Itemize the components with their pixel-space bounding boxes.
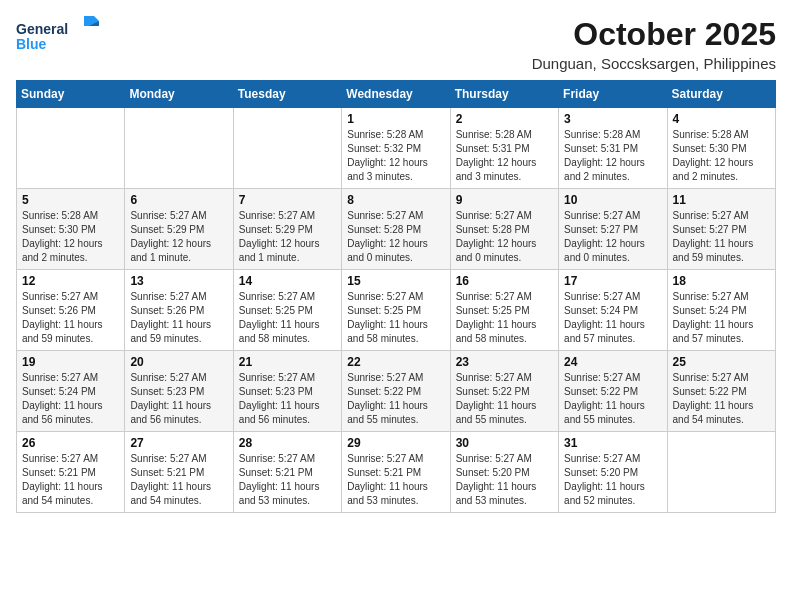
day-info: Sunrise: 5:27 AMSunset: 5:21 PMDaylight:… xyxy=(347,452,444,508)
calendar-cell: 5Sunrise: 5:28 AMSunset: 5:30 PMDaylight… xyxy=(17,189,125,270)
calendar-week-4: 19Sunrise: 5:27 AMSunset: 5:24 PMDayligh… xyxy=(17,351,776,432)
day-number: 28 xyxy=(239,436,336,450)
calendar-cell: 2Sunrise: 5:28 AMSunset: 5:31 PMDaylight… xyxy=(450,108,558,189)
day-info: Sunrise: 5:27 AMSunset: 5:23 PMDaylight:… xyxy=(239,371,336,427)
day-info: Sunrise: 5:27 AMSunset: 5:29 PMDaylight:… xyxy=(130,209,227,265)
weekday-header-sunday: Sunday xyxy=(17,81,125,108)
calendar-cell: 4Sunrise: 5:28 AMSunset: 5:30 PMDaylight… xyxy=(667,108,775,189)
day-number: 17 xyxy=(564,274,661,288)
day-info: Sunrise: 5:28 AMSunset: 5:30 PMDaylight:… xyxy=(673,128,770,184)
day-info: Sunrise: 5:27 AMSunset: 5:25 PMDaylight:… xyxy=(347,290,444,346)
header: General Blue October 2025 Dunguan, Soccs… xyxy=(16,16,776,72)
calendar-cell xyxy=(125,108,233,189)
day-info: Sunrise: 5:27 AMSunset: 5:22 PMDaylight:… xyxy=(456,371,553,427)
day-number: 8 xyxy=(347,193,444,207)
day-info: Sunrise: 5:28 AMSunset: 5:30 PMDaylight:… xyxy=(22,209,119,265)
calendar-header: SundayMondayTuesdayWednesdayThursdayFrid… xyxy=(17,81,776,108)
calendar-cell xyxy=(667,432,775,513)
weekday-header-tuesday: Tuesday xyxy=(233,81,341,108)
day-number: 31 xyxy=(564,436,661,450)
calendar-cell: 29Sunrise: 5:27 AMSunset: 5:21 PMDayligh… xyxy=(342,432,450,513)
calendar-cell: 12Sunrise: 5:27 AMSunset: 5:26 PMDayligh… xyxy=(17,270,125,351)
calendar-cell: 17Sunrise: 5:27 AMSunset: 5:24 PMDayligh… xyxy=(559,270,667,351)
calendar-cell: 20Sunrise: 5:27 AMSunset: 5:23 PMDayligh… xyxy=(125,351,233,432)
day-info: Sunrise: 5:28 AMSunset: 5:32 PMDaylight:… xyxy=(347,128,444,184)
calendar-cell: 7Sunrise: 5:27 AMSunset: 5:29 PMDaylight… xyxy=(233,189,341,270)
calendar-cell: 16Sunrise: 5:27 AMSunset: 5:25 PMDayligh… xyxy=(450,270,558,351)
day-info: Sunrise: 5:27 AMSunset: 5:27 PMDaylight:… xyxy=(564,209,661,265)
day-info: Sunrise: 5:27 AMSunset: 5:23 PMDaylight:… xyxy=(130,371,227,427)
svg-text:General: General xyxy=(16,21,68,37)
day-info: Sunrise: 5:27 AMSunset: 5:29 PMDaylight:… xyxy=(239,209,336,265)
day-number: 6 xyxy=(130,193,227,207)
calendar-cell: 18Sunrise: 5:27 AMSunset: 5:24 PMDayligh… xyxy=(667,270,775,351)
day-number: 24 xyxy=(564,355,661,369)
weekday-header-friday: Friday xyxy=(559,81,667,108)
day-info: Sunrise: 5:27 AMSunset: 5:24 PMDaylight:… xyxy=(564,290,661,346)
day-info: Sunrise: 5:27 AMSunset: 5:21 PMDaylight:… xyxy=(239,452,336,508)
day-info: Sunrise: 5:27 AMSunset: 5:28 PMDaylight:… xyxy=(347,209,444,265)
day-info: Sunrise: 5:27 AMSunset: 5:26 PMDaylight:… xyxy=(22,290,119,346)
day-number: 19 xyxy=(22,355,119,369)
day-info: Sunrise: 5:27 AMSunset: 5:20 PMDaylight:… xyxy=(564,452,661,508)
logo: General Blue xyxy=(16,16,106,56)
calendar-cell: 15Sunrise: 5:27 AMSunset: 5:25 PMDayligh… xyxy=(342,270,450,351)
weekday-header-monday: Monday xyxy=(125,81,233,108)
calendar-cell xyxy=(17,108,125,189)
day-info: Sunrise: 5:27 AMSunset: 5:24 PMDaylight:… xyxy=(22,371,119,427)
day-info: Sunrise: 5:28 AMSunset: 5:31 PMDaylight:… xyxy=(564,128,661,184)
day-number: 20 xyxy=(130,355,227,369)
calendar-body: 1Sunrise: 5:28 AMSunset: 5:32 PMDaylight… xyxy=(17,108,776,513)
calendar-week-2: 5Sunrise: 5:28 AMSunset: 5:30 PMDaylight… xyxy=(17,189,776,270)
weekday-header-saturday: Saturday xyxy=(667,81,775,108)
calendar-cell: 19Sunrise: 5:27 AMSunset: 5:24 PMDayligh… xyxy=(17,351,125,432)
day-number: 21 xyxy=(239,355,336,369)
calendar-cell: 25Sunrise: 5:27 AMSunset: 5:22 PMDayligh… xyxy=(667,351,775,432)
calendar-cell: 26Sunrise: 5:27 AMSunset: 5:21 PMDayligh… xyxy=(17,432,125,513)
day-info: Sunrise: 5:27 AMSunset: 5:21 PMDaylight:… xyxy=(22,452,119,508)
day-number: 13 xyxy=(130,274,227,288)
day-number: 7 xyxy=(239,193,336,207)
subtitle: Dunguan, Soccsksargen, Philippines xyxy=(532,55,776,72)
svg-text:Blue: Blue xyxy=(16,36,47,52)
calendar-cell: 23Sunrise: 5:27 AMSunset: 5:22 PMDayligh… xyxy=(450,351,558,432)
calendar-cell: 27Sunrise: 5:27 AMSunset: 5:21 PMDayligh… xyxy=(125,432,233,513)
day-number: 22 xyxy=(347,355,444,369)
logo-svg: General Blue xyxy=(16,16,106,56)
calendar-cell: 22Sunrise: 5:27 AMSunset: 5:22 PMDayligh… xyxy=(342,351,450,432)
day-number: 5 xyxy=(22,193,119,207)
day-number: 12 xyxy=(22,274,119,288)
calendar-cell: 21Sunrise: 5:27 AMSunset: 5:23 PMDayligh… xyxy=(233,351,341,432)
month-title: October 2025 xyxy=(532,16,776,53)
calendar-cell: 10Sunrise: 5:27 AMSunset: 5:27 PMDayligh… xyxy=(559,189,667,270)
calendar-week-5: 26Sunrise: 5:27 AMSunset: 5:21 PMDayligh… xyxy=(17,432,776,513)
day-number: 30 xyxy=(456,436,553,450)
weekday-row: SundayMondayTuesdayWednesdayThursdayFrid… xyxy=(17,81,776,108)
weekday-header-wednesday: Wednesday xyxy=(342,81,450,108)
calendar-cell: 24Sunrise: 5:27 AMSunset: 5:22 PMDayligh… xyxy=(559,351,667,432)
calendar-cell: 11Sunrise: 5:27 AMSunset: 5:27 PMDayligh… xyxy=(667,189,775,270)
day-number: 15 xyxy=(347,274,444,288)
day-number: 14 xyxy=(239,274,336,288)
calendar-cell: 8Sunrise: 5:27 AMSunset: 5:28 PMDaylight… xyxy=(342,189,450,270)
day-number: 18 xyxy=(673,274,770,288)
calendar-cell: 3Sunrise: 5:28 AMSunset: 5:31 PMDaylight… xyxy=(559,108,667,189)
calendar-week-1: 1Sunrise: 5:28 AMSunset: 5:32 PMDaylight… xyxy=(17,108,776,189)
calendar-cell: 6Sunrise: 5:27 AMSunset: 5:29 PMDaylight… xyxy=(125,189,233,270)
day-info: Sunrise: 5:27 AMSunset: 5:21 PMDaylight:… xyxy=(130,452,227,508)
day-info: Sunrise: 5:27 AMSunset: 5:25 PMDaylight:… xyxy=(239,290,336,346)
day-number: 25 xyxy=(673,355,770,369)
day-number: 3 xyxy=(564,112,661,126)
day-info: Sunrise: 5:27 AMSunset: 5:22 PMDaylight:… xyxy=(564,371,661,427)
day-info: Sunrise: 5:27 AMSunset: 5:27 PMDaylight:… xyxy=(673,209,770,265)
day-number: 10 xyxy=(564,193,661,207)
day-info: Sunrise: 5:27 AMSunset: 5:22 PMDaylight:… xyxy=(347,371,444,427)
day-number: 11 xyxy=(673,193,770,207)
calendar-week-3: 12Sunrise: 5:27 AMSunset: 5:26 PMDayligh… xyxy=(17,270,776,351)
calendar-cell: 1Sunrise: 5:28 AMSunset: 5:32 PMDaylight… xyxy=(342,108,450,189)
day-number: 1 xyxy=(347,112,444,126)
day-number: 23 xyxy=(456,355,553,369)
day-number: 4 xyxy=(673,112,770,126)
calendar-cell: 14Sunrise: 5:27 AMSunset: 5:25 PMDayligh… xyxy=(233,270,341,351)
day-number: 27 xyxy=(130,436,227,450)
